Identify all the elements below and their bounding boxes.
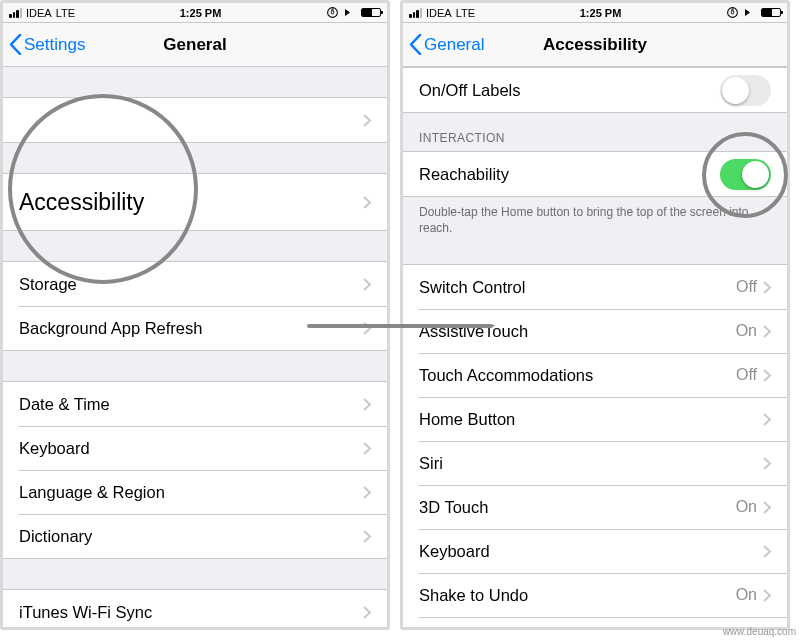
chevron-right-icon [763,369,771,382]
battery-icon [761,8,781,17]
chevron-right-icon [363,442,371,455]
table-row[interactable]: On/Off Labels [403,68,787,112]
table-row[interactable]: Reachability [403,152,787,196]
table-group: On/Off Labels [403,67,787,113]
table-row[interactable]: iTunes Wi-Fi Sync [3,590,387,627]
row-value: On [736,586,757,604]
row-label: Language & Region [19,483,363,502]
row-label: Siri [419,454,763,473]
row-value: Off [736,366,757,384]
signal-icon [409,8,422,18]
row-label: Shake to Undo [419,586,736,605]
row-label: Background App Refresh [19,319,363,338]
table-group: StorageBackground App Refresh [3,261,387,351]
settings-list[interactable]: AccessibilityStorageBackground App Refre… [3,67,387,627]
table-row[interactable]: Home Button [403,397,787,441]
section-footer: Double-tap the Home button to bring the … [403,197,787,246]
toggle-switch[interactable] [720,159,771,190]
table-row[interactable]: Storage [3,262,387,306]
table-row[interactable]: Keyboard [403,529,787,573]
table-row[interactable]: Siri [403,441,787,485]
row-value: Off [736,278,757,296]
status-time: 1:25 PM [580,7,622,19]
table-row[interactable]: Date & Time [3,382,387,426]
nav-arrow-icon [343,7,357,18]
row-label: 3D Touch [419,498,736,517]
rotation-lock-icon [726,6,739,19]
nav-arrow-icon [743,7,757,18]
toggle-switch[interactable] [720,75,771,106]
signal-icon [9,8,22,18]
svg-rect-3 [731,11,733,14]
accessibility-list[interactable]: On/Off LabelsINTERACTIONReachabilityDoub… [403,67,787,627]
chevron-right-icon [763,281,771,294]
nav-bar: Settings General [3,23,387,67]
chevron-right-icon [363,398,371,411]
svg-rect-1 [331,11,333,14]
row-value: On [736,322,757,340]
table-group [3,97,387,143]
table-row[interactable]: Shake to UndoOn [403,573,787,617]
chevron-right-icon [763,457,771,470]
table-row[interactable]: Touch AccommodationsOff [403,353,787,397]
chevron-right-icon [363,486,371,499]
table-row[interactable] [3,98,387,142]
nav-bar: General Accessibility [403,23,787,67]
back-label: General [424,35,484,55]
chevron-right-icon [763,545,771,558]
row-label: Dictionary [19,527,363,546]
chevron-right-icon [763,501,771,514]
carrier-label: IDEA [426,7,452,19]
battery-icon [361,8,381,17]
row-label: Reachability [419,165,720,184]
table-group: Date & TimeKeyboardLanguage & RegionDict… [3,381,387,559]
status-bar: IDEA LTE 1:25 PM [3,3,387,23]
table-row[interactable]: Dictionary [3,514,387,558]
chevron-right-icon [763,325,771,338]
watermark: www.deuaq.com [723,626,796,637]
chevron-right-icon [363,114,371,127]
table-row[interactable]: Accessibility [3,174,387,230]
carrier-label: IDEA [26,7,52,19]
row-label: Storage [19,275,363,294]
row-label: Keyboard [19,439,363,458]
chevron-right-icon [763,413,771,426]
table-group: iTunes Wi-Fi SyncVPNNot Connected [3,589,387,627]
row-label: AssistiveTouch [419,322,736,341]
table-group: Accessibility [3,173,387,231]
row-label: Date & Time [19,395,363,414]
back-label: Settings [24,35,85,55]
network-label: LTE [56,7,75,19]
table-row[interactable]: Keyboard [3,426,387,470]
chevron-right-icon [363,278,371,291]
row-label: iTunes Wi-Fi Sync [19,603,363,622]
screen-accessibility: IDEA LTE 1:25 PM General Accessibility O… [400,0,790,630]
section-header: INTERACTION [403,113,787,151]
chevron-right-icon [363,606,371,619]
table-row[interactable]: Background App Refresh [3,306,387,350]
chevron-right-icon [363,322,371,335]
table-row[interactable]: Language & Region [3,470,387,514]
table-row[interactable]: 3D TouchOn [403,485,787,529]
status-time: 1:25 PM [180,7,222,19]
row-value: On [736,498,757,516]
screen-general: IDEA LTE 1:25 PM Settings General Access… [0,0,390,630]
row-label: Keyboard [419,542,763,561]
row-label: Switch Control [419,278,736,297]
table-group: Reachability [403,151,787,197]
table-row[interactable]: Switch ControlOff [403,265,787,309]
table-row[interactable]: AssistiveTouchOn [403,309,787,353]
chevron-right-icon [363,196,371,209]
back-button-general[interactable]: General [403,34,484,55]
status-bar: IDEA LTE 1:25 PM [403,3,787,23]
network-label: LTE [456,7,475,19]
back-button-settings[interactable]: Settings [3,34,85,55]
rotation-lock-icon [326,6,339,19]
row-label: Touch Accommodations [419,366,736,385]
chevron-right-icon [763,589,771,602]
row-label: Home Button [419,410,763,429]
chevron-right-icon [363,530,371,543]
table-group: Switch ControlOffAssistiveTouchOnTouch A… [403,264,787,627]
row-label: On/Off Labels [419,81,720,100]
row-label: Accessibility [19,189,363,216]
